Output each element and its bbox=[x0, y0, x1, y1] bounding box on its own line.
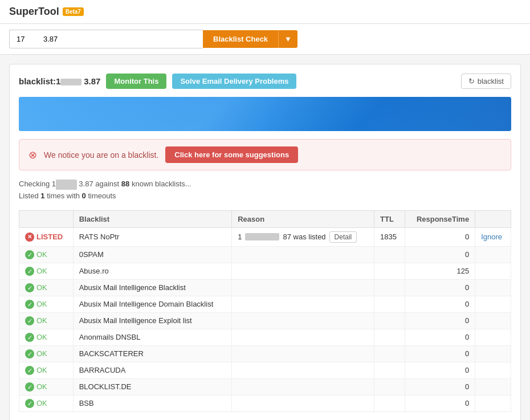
status-ok: ✓OK bbox=[25, 316, 67, 325]
status-ok: ✓OK bbox=[25, 333, 67, 342]
status-cell: ✓OK bbox=[19, 263, 74, 279]
detail-button[interactable]: Detail bbox=[329, 231, 357, 243]
response-time-cell: 0 bbox=[405, 246, 475, 263]
response-time-cell: 0 bbox=[405, 378, 475, 395]
table-row: ✓OKAbusix Mail Intelligence Blacklist0 bbox=[19, 279, 511, 296]
table-row: ✓OKBACKSCATTERER0 bbox=[19, 345, 511, 362]
card-header: blacklist:1 3.87 Monitor This Solve Emai… bbox=[19, 74, 511, 89]
reason-cell bbox=[232, 362, 374, 378]
ttl-cell bbox=[374, 246, 405, 263]
table-row: ✕LISTEDRATS NoPtr 1 87 was listed Detail… bbox=[19, 227, 511, 246]
status-ok: ✓OK bbox=[25, 267, 67, 276]
reason-cell bbox=[232, 329, 374, 345]
response-time-cell: 0 bbox=[405, 345, 475, 362]
status-ok: ✓OK bbox=[25, 300, 67, 309]
blacklist-name: BLOCKLIST.DE bbox=[73, 378, 232, 395]
check-icon: ✓ bbox=[25, 267, 34, 276]
action-cell bbox=[475, 362, 511, 378]
reason-suffix: 87 was listed bbox=[283, 233, 325, 241]
ttl-cell bbox=[374, 296, 405, 312]
reason-cell bbox=[232, 263, 374, 279]
ttl-cell bbox=[374, 362, 405, 378]
toolbar: Blacklist Check ▼ bbox=[0, 24, 530, 55]
check-icon: ✓ bbox=[25, 382, 34, 392]
info-prefix: Checking 1 bbox=[19, 180, 56, 188]
blacklist-name: RATS NoPtr bbox=[73, 227, 232, 246]
reason-cell bbox=[232, 296, 374, 312]
check-icon: ✓ bbox=[25, 250, 34, 259]
table-row: ✓OKAbusix Mail Intelligence Exploit list… bbox=[19, 312, 511, 329]
col-reason: Reason bbox=[232, 210, 374, 227]
check-icon: ✓ bbox=[25, 399, 34, 408]
reason-cell bbox=[232, 312, 374, 329]
col-blacklist: Blacklist bbox=[73, 210, 232, 227]
blacklist-name: BSB bbox=[73, 395, 232, 411]
search-input[interactable] bbox=[9, 30, 203, 48]
blacklist-table: Blacklist Reason TTL ResponseTime ✕LISTE… bbox=[19, 210, 511, 412]
blacklist-name: Abusix Mail Intelligence Domain Blacklis… bbox=[73, 296, 232, 312]
check-icon: ✓ bbox=[25, 333, 34, 342]
col-response-time: ResponseTime bbox=[405, 210, 475, 227]
status-cell: ✓OK bbox=[19, 378, 74, 395]
blacklist-check-dropdown-button[interactable]: ▼ bbox=[278, 30, 297, 48]
response-time-cell: 0 bbox=[405, 279, 475, 296]
check-icon: ✓ bbox=[25, 349, 34, 358]
status-listed: ✕LISTED bbox=[25, 233, 67, 242]
ttl-cell bbox=[374, 345, 405, 362]
reason-cell bbox=[232, 279, 374, 296]
action-cell[interactable]: Ignore bbox=[475, 227, 511, 246]
solve-email-button[interactable]: Solve Email Delivery Problems bbox=[172, 74, 296, 89]
reason-cell: 1 87 was listed Detail bbox=[232, 227, 374, 246]
ttl-cell bbox=[374, 279, 405, 296]
status-cell: ✓OK bbox=[19, 279, 74, 296]
action-cell bbox=[475, 246, 511, 263]
check-icon: ✓ bbox=[25, 316, 34, 325]
ttl-cell: 1835 bbox=[374, 227, 405, 246]
listed-count: 1 bbox=[40, 191, 44, 200]
ttl-cell bbox=[374, 329, 405, 345]
status-cell: ✓OK bbox=[19, 329, 74, 345]
suggestions-button[interactable]: Click here for some suggestions bbox=[165, 146, 298, 163]
blacklist-button[interactable]: ↻ blacklist bbox=[461, 74, 511, 89]
action-cell bbox=[475, 345, 511, 362]
reason-cell bbox=[232, 345, 374, 362]
response-time-cell: 0 bbox=[405, 227, 475, 246]
table-row: ✓OKAbusix Mail Intelligence Domain Black… bbox=[19, 296, 511, 312]
known-count: 88 bbox=[121, 180, 129, 188]
status-cell: ✓OK bbox=[19, 246, 74, 263]
col-action bbox=[475, 210, 511, 227]
response-time-cell: 0 bbox=[405, 312, 475, 329]
table-row: ✓OKBLOCKLIST.DE0 bbox=[19, 378, 511, 395]
app-header: SuperTool Beta7 bbox=[0, 0, 530, 24]
blacklist-check-button[interactable]: Blacklist Check bbox=[203, 30, 278, 48]
blacklist-name: BACKSCATTERER bbox=[73, 345, 232, 362]
status-cell: ✓OK bbox=[19, 345, 74, 362]
monitor-this-button[interactable]: Monitor This bbox=[106, 74, 166, 89]
response-time-cell: 125 bbox=[405, 263, 475, 279]
card-title: blacklist:1 3.87 bbox=[19, 76, 100, 86]
reason-cell bbox=[232, 395, 374, 411]
alert-text: We notice you are on a blacklist. bbox=[44, 150, 158, 160]
blacklist-check-btn-group: Blacklist Check ▼ bbox=[203, 30, 297, 48]
reason-content: 1 87 was listed Detail bbox=[238, 231, 368, 243]
banner-overlay bbox=[19, 97, 511, 131]
blacklist-name: BARRACUDA bbox=[73, 362, 232, 378]
status-cell: ✕LISTED bbox=[19, 227, 74, 246]
action-cell bbox=[475, 312, 511, 329]
blacklist-alert: ⊗ We notice you are on a blacklist. Clic… bbox=[19, 139, 511, 170]
check-icon: ✓ bbox=[25, 366, 34, 375]
table-header-row: Blacklist Reason TTL ResponseTime bbox=[19, 210, 511, 227]
ignore-link[interactable]: Ignore bbox=[481, 233, 502, 241]
response-time-cell: 0 bbox=[405, 329, 475, 345]
action-cell bbox=[475, 279, 511, 296]
col-ttl: TTL bbox=[374, 210, 405, 227]
table-row: ✓OK0SPAM0 bbox=[19, 246, 511, 263]
blacklist-name: 0SPAM bbox=[73, 246, 232, 263]
action-cell bbox=[475, 395, 511, 411]
app-title: SuperTool bbox=[9, 6, 59, 18]
action-cell bbox=[475, 329, 511, 345]
response-time-cell: 0 bbox=[405, 362, 475, 378]
status-ok: ✓OK bbox=[25, 382, 67, 392]
ttl-cell bbox=[374, 312, 405, 329]
refresh-icon: ↻ bbox=[468, 77, 475, 85]
